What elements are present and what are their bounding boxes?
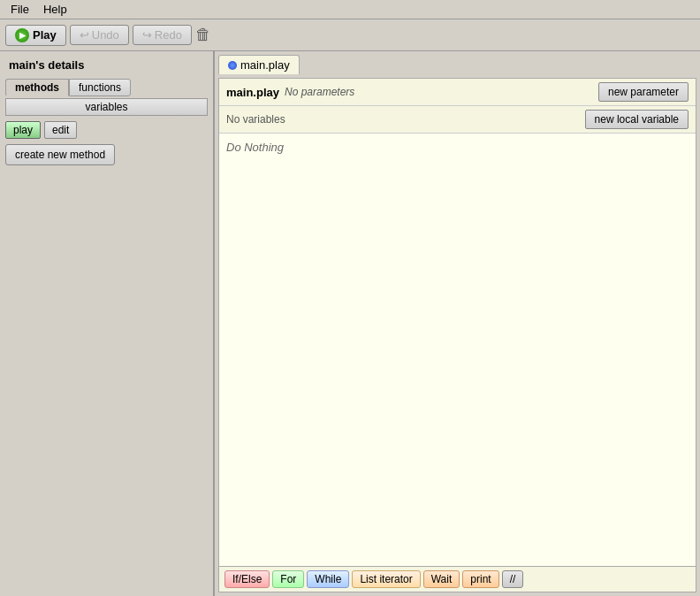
redo-button[interactable]: ↪ Redo	[133, 25, 192, 45]
method-buttons: play edit	[5, 121, 208, 139]
no-variables-label: No variables	[226, 113, 285, 126]
variables-header: No variables new local variable	[219, 106, 696, 134]
tab-methods[interactable]: methods	[5, 79, 69, 96]
undo-button[interactable]: ↩ Undo	[70, 25, 129, 45]
variables-row: variables	[5, 98, 208, 116]
new-parameter-button[interactable]: new parameter	[598, 82, 689, 102]
right-panel: main.play main.play No parameters new pa…	[215, 51, 700, 596]
list-iterator-button[interactable]: List iterator	[352, 570, 420, 588]
method-tab-label[interactable]: main.play	[218, 55, 300, 74]
play-icon: ▶	[15, 28, 29, 42]
comment-button[interactable]: //	[502, 570, 524, 588]
new-local-variable-button[interactable]: new local variable	[585, 110, 689, 129]
parameters-header: main.play No parameters new parameter	[219, 79, 696, 106]
redo-label: Redo	[155, 28, 182, 42]
toolbar: ▶ Play ↩ Undo ↪ Redo 🗑	[0, 19, 700, 51]
tabs-row: methods functions	[5, 79, 208, 96]
play-button[interactable]: ▶ Play	[5, 25, 66, 46]
undo-label: Undo	[92, 28, 119, 42]
play-label: Play	[33, 28, 57, 42]
main-area: main's details methods functions variabl…	[0, 51, 700, 596]
method-edit-button[interactable]: edit	[44, 121, 77, 139]
method-play-button[interactable]: play	[5, 121, 41, 139]
tab-functions[interactable]: functions	[69, 79, 131, 96]
code-area[interactable]: Do Nothing	[219, 134, 696, 566]
trash-icon[interactable]: 🗑	[195, 26, 211, 44]
ifelse-button[interactable]: If/Else	[224, 570, 270, 588]
print-button[interactable]: print	[462, 570, 498, 588]
menubar: File Help	[0, 0, 700, 19]
method-params: No parameters	[285, 86, 354, 98]
for-button[interactable]: For	[272, 570, 304, 588]
do-nothing-text: Do Nothing	[226, 141, 284, 154]
header-left: main.play No parameters	[226, 86, 354, 99]
panel-title: main's details	[5, 57, 208, 73]
method-name: main.play	[226, 86, 279, 99]
while-button[interactable]: While	[307, 570, 349, 588]
redo-icon: ↪	[142, 28, 152, 42]
method-tab-text: main.play	[240, 58, 290, 72]
wait-button[interactable]: Wait	[423, 570, 460, 588]
undo-icon: ↩	[80, 28, 89, 42]
tab-dot	[228, 61, 237, 70]
create-method-button[interactable]: create new method	[5, 144, 115, 165]
bottom-bar: If/Else For While List iterator Wait pri…	[219, 566, 696, 592]
menu-file[interactable]: File	[4, 1, 36, 18]
left-panel: main's details methods functions variabl…	[0, 51, 215, 596]
method-tab: main.play	[218, 55, 696, 74]
menu-help[interactable]: Help	[36, 1, 74, 18]
content-box: main.play No parameters new parameter No…	[218, 78, 696, 592]
